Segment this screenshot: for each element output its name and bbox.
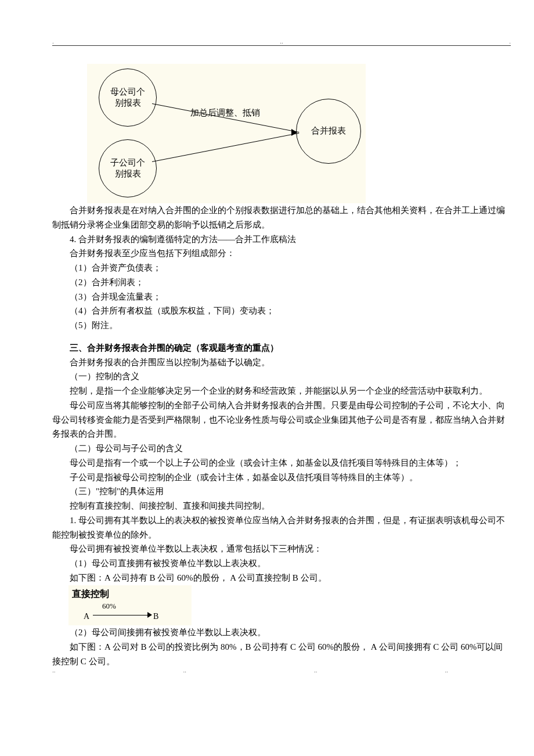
fdot-4: ..: [445, 665, 449, 675]
header-rule: [52, 45, 511, 46]
node-a: A: [84, 610, 89, 623]
heading-3: 三、合并财务报表合并围的确定（客观题考查的重点）: [52, 341, 511, 355]
list-item-4: （4）合并所有者权益（或股东权益，下同）变动表；: [52, 304, 511, 318]
paragraph-parent-def: 母公司是指有一个或一个以上子公司的企业（或会计主体，如基金以及信托项目等特殊目的…: [52, 456, 511, 470]
paragraph-components: 合并财务报表至少应当包括下列组成部分：: [52, 246, 511, 261]
spacer: [52, 333, 511, 341]
footer-dots: .. .. .. ..: [52, 665, 511, 675]
list-item-1: （1）合并资产负债表；: [52, 261, 511, 275]
subheading-2: （二）母公司与子公司的含义: [52, 441, 511, 456]
subheading-1: （一）控制的含义: [52, 369, 511, 384]
arrowhead-icon: [291, 129, 297, 136]
case-1-fig-caption: 如下图：A 公司持有 B 公司 60%的股份， A 公司直接控制 B 公司。: [52, 571, 511, 585]
fdot-2: ..: [183, 665, 187, 675]
case-2-fig-caption: 如下图：A 公司对 B 公司的投资比例为 80%，B 公司持有 C 公司 60%…: [52, 640, 511, 669]
case-1: （1）母公司直接拥有被投资单位半数以上表决权。: [52, 556, 511, 571]
node-b: B: [153, 610, 158, 623]
case-2: （2）母公司间接拥有被投资单位半数以上表决权。: [52, 625, 511, 640]
paragraph-scope: 合并财务报表的合并围应当以控制为基础予以确定。: [52, 355, 511, 370]
document-body: 母公司个 别报表 子公司个 别报表 合并报表 加总后调整、抵销 合并财务报表是在…: [52, 64, 511, 668]
node-consolidated-statement: 合并报表: [296, 99, 361, 164]
flow-diagram: 母公司个 别报表 子公司个 别报表 合并报表 加总后调整、抵销: [87, 64, 366, 203]
list-item-3: （3）合并现金流量表；: [52, 290, 511, 304]
paragraph-intro: 合并财务报表是在对纳入合并围的企业的个别报表数据进行加总的基础上，结合其他相关资…: [52, 203, 511, 232]
paragraph-4: 4. 合并财务报表的编制遵循特定的方法——合并工作底稿法: [52, 232, 511, 247]
paragraph-half-vote: 母公司拥有被投资单位半数以上表决权，通常包括以下三种情况：: [52, 542, 511, 556]
subheading-3: （三）"控制"的具体运用: [52, 484, 511, 499]
arrow-label: 加总后调整、抵销: [190, 106, 260, 120]
direct-control-title: 直接控制: [72, 586, 188, 602]
node-parent-statement: 母公司个 别报表: [99, 69, 157, 127]
paragraph-parent-scope: 母公司应当将其能够控制的全部子公司纳入合并财务报表的合并围。只要是由母公司控制的…: [52, 398, 511, 441]
fdot-3: ..: [314, 665, 317, 675]
paragraph-control-types: 控制有直接控制、间接控制、直接和间接共同控制。: [52, 499, 511, 513]
direct-arrow-line: [93, 615, 149, 615]
direct-arrowhead-icon: [147, 612, 152, 618]
fdot-1: ..: [52, 665, 56, 675]
paragraph-rule1: 1. 母公司拥有其半数以上的表决权的被投资单位应当纳入合并财务报表的合并围，但是…: [52, 513, 511, 542]
node-subsidiary-statement: 子公司个 别报表: [99, 139, 157, 197]
paragraph-control-def: 控制，是指一个企业能够决定另一个企业的财务和经营政策，并能据以从另一个企业的经营…: [52, 384, 511, 398]
arrow-line-2: [152, 133, 299, 162]
list-item-5: （5）附注。: [52, 318, 511, 333]
direct-pct-label: 60%: [102, 600, 116, 612]
direct-control-diagram: 直接控制 60% A B: [68, 585, 192, 626]
paragraph-sub-def: 子公司是指被母公司控制的企业（或会计主体，如基金以及信托项目等特殊目的主体等）。: [52, 470, 511, 485]
list-item-2: （2）合并利润表；: [52, 275, 511, 290]
